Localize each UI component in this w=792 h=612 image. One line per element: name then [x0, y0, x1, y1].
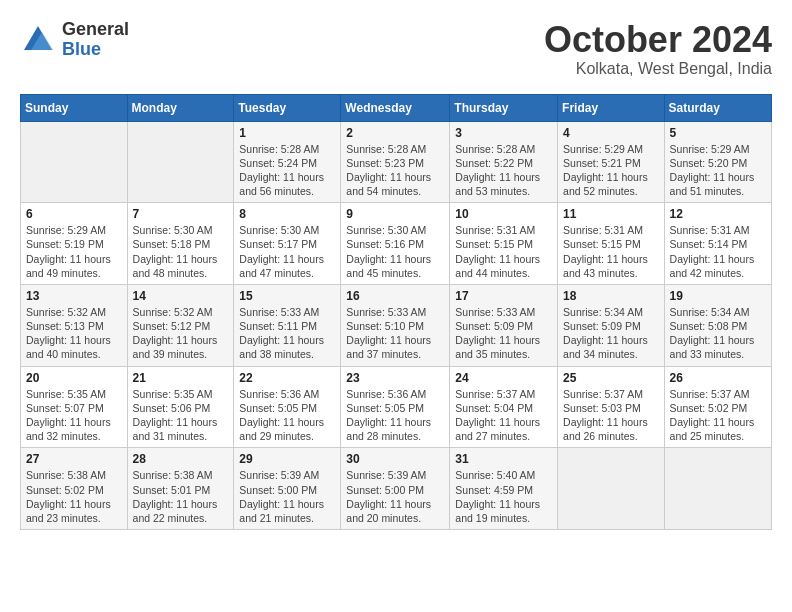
day-number: 6: [26, 207, 122, 221]
day-number: 31: [455, 452, 552, 466]
calendar-cell: 26Sunrise: 5:37 AMSunset: 5:02 PMDayligh…: [664, 366, 771, 448]
day-number: 28: [133, 452, 229, 466]
cell-info: Sunrise: 5:36 AMSunset: 5:05 PMDaylight:…: [239, 387, 335, 444]
day-number: 22: [239, 371, 335, 385]
cell-info: Sunrise: 5:30 AMSunset: 5:17 PMDaylight:…: [239, 223, 335, 280]
calendar-body: 1Sunrise: 5:28 AMSunset: 5:24 PMDaylight…: [21, 121, 772, 529]
calendar-cell: 10Sunrise: 5:31 AMSunset: 5:15 PMDayligh…: [450, 203, 558, 285]
day-number: 7: [133, 207, 229, 221]
calendar-cell: 5Sunrise: 5:29 AMSunset: 5:20 PMDaylight…: [664, 121, 771, 203]
day-number: 24: [455, 371, 552, 385]
logo-text: General Blue: [62, 20, 129, 60]
calendar-cell: 8Sunrise: 5:30 AMSunset: 5:17 PMDaylight…: [234, 203, 341, 285]
calendar-header: SundayMondayTuesdayWednesdayThursdayFrid…: [21, 94, 772, 121]
cell-info: Sunrise: 5:30 AMSunset: 5:18 PMDaylight:…: [133, 223, 229, 280]
calendar-week-row: 27Sunrise: 5:38 AMSunset: 5:02 PMDayligh…: [21, 448, 772, 530]
day-number: 9: [346, 207, 444, 221]
cell-info: Sunrise: 5:35 AMSunset: 5:06 PMDaylight:…: [133, 387, 229, 444]
day-number: 18: [563, 289, 659, 303]
day-number: 8: [239, 207, 335, 221]
logo-general: General: [62, 20, 129, 40]
weekday-header: Tuesday: [234, 94, 341, 121]
day-number: 10: [455, 207, 552, 221]
cell-info: Sunrise: 5:31 AMSunset: 5:15 PMDaylight:…: [563, 223, 659, 280]
day-number: 5: [670, 126, 766, 140]
calendar-cell: 15Sunrise: 5:33 AMSunset: 5:11 PMDayligh…: [234, 284, 341, 366]
calendar-cell: 27Sunrise: 5:38 AMSunset: 5:02 PMDayligh…: [21, 448, 128, 530]
cell-info: Sunrise: 5:32 AMSunset: 5:12 PMDaylight:…: [133, 305, 229, 362]
weekday-header: Thursday: [450, 94, 558, 121]
calendar-cell: 25Sunrise: 5:37 AMSunset: 5:03 PMDayligh…: [558, 366, 665, 448]
day-number: 26: [670, 371, 766, 385]
day-number: 30: [346, 452, 444, 466]
calendar-cell: 19Sunrise: 5:34 AMSunset: 5:08 PMDayligh…: [664, 284, 771, 366]
calendar-week-row: 20Sunrise: 5:35 AMSunset: 5:07 PMDayligh…: [21, 366, 772, 448]
cell-info: Sunrise: 5:33 AMSunset: 5:10 PMDaylight:…: [346, 305, 444, 362]
cell-info: Sunrise: 5:32 AMSunset: 5:13 PMDaylight:…: [26, 305, 122, 362]
day-number: 27: [26, 452, 122, 466]
calendar-cell: 29Sunrise: 5:39 AMSunset: 5:00 PMDayligh…: [234, 448, 341, 530]
day-number: 17: [455, 289, 552, 303]
day-number: 11: [563, 207, 659, 221]
cell-info: Sunrise: 5:28 AMSunset: 5:24 PMDaylight:…: [239, 142, 335, 199]
cell-info: Sunrise: 5:31 AMSunset: 5:14 PMDaylight:…: [670, 223, 766, 280]
day-number: 16: [346, 289, 444, 303]
page-header: General Blue October 2024 Kolkata, West …: [20, 20, 772, 78]
calendar-cell: 12Sunrise: 5:31 AMSunset: 5:14 PMDayligh…: [664, 203, 771, 285]
day-number: 29: [239, 452, 335, 466]
weekday-header: Sunday: [21, 94, 128, 121]
cell-info: Sunrise: 5:33 AMSunset: 5:11 PMDaylight:…: [239, 305, 335, 362]
cell-info: Sunrise: 5:36 AMSunset: 5:05 PMDaylight:…: [346, 387, 444, 444]
calendar-cell: [558, 448, 665, 530]
calendar-week-row: 13Sunrise: 5:32 AMSunset: 5:13 PMDayligh…: [21, 284, 772, 366]
calendar-cell: 21Sunrise: 5:35 AMSunset: 5:06 PMDayligh…: [127, 366, 234, 448]
calendar-cell: [664, 448, 771, 530]
day-number: 25: [563, 371, 659, 385]
calendar-cell: 22Sunrise: 5:36 AMSunset: 5:05 PMDayligh…: [234, 366, 341, 448]
calendar-cell: 20Sunrise: 5:35 AMSunset: 5:07 PMDayligh…: [21, 366, 128, 448]
calendar-cell: 30Sunrise: 5:39 AMSunset: 5:00 PMDayligh…: [341, 448, 450, 530]
title-block: October 2024 Kolkata, West Bengal, India: [544, 20, 772, 78]
calendar-cell: 23Sunrise: 5:36 AMSunset: 5:05 PMDayligh…: [341, 366, 450, 448]
calendar-cell: 2Sunrise: 5:28 AMSunset: 5:23 PMDaylight…: [341, 121, 450, 203]
day-number: 1: [239, 126, 335, 140]
calendar-cell: 16Sunrise: 5:33 AMSunset: 5:10 PMDayligh…: [341, 284, 450, 366]
day-number: 23: [346, 371, 444, 385]
calendar-cell: 6Sunrise: 5:29 AMSunset: 5:19 PMDaylight…: [21, 203, 128, 285]
day-number: 3: [455, 126, 552, 140]
cell-info: Sunrise: 5:28 AMSunset: 5:23 PMDaylight:…: [346, 142, 444, 199]
cell-info: Sunrise: 5:40 AMSunset: 4:59 PMDaylight:…: [455, 468, 552, 525]
calendar-cell: 28Sunrise: 5:38 AMSunset: 5:01 PMDayligh…: [127, 448, 234, 530]
cell-info: Sunrise: 5:29 AMSunset: 5:20 PMDaylight:…: [670, 142, 766, 199]
calendar-week-row: 6Sunrise: 5:29 AMSunset: 5:19 PMDaylight…: [21, 203, 772, 285]
calendar-cell: 18Sunrise: 5:34 AMSunset: 5:09 PMDayligh…: [558, 284, 665, 366]
day-number: 14: [133, 289, 229, 303]
calendar-table: SundayMondayTuesdayWednesdayThursdayFrid…: [20, 94, 772, 530]
day-number: 20: [26, 371, 122, 385]
cell-info: Sunrise: 5:38 AMSunset: 5:01 PMDaylight:…: [133, 468, 229, 525]
weekday-header: Saturday: [664, 94, 771, 121]
cell-info: Sunrise: 5:39 AMSunset: 5:00 PMDaylight:…: [239, 468, 335, 525]
calendar-week-row: 1Sunrise: 5:28 AMSunset: 5:24 PMDaylight…: [21, 121, 772, 203]
cell-info: Sunrise: 5:28 AMSunset: 5:22 PMDaylight:…: [455, 142, 552, 199]
day-number: 19: [670, 289, 766, 303]
cell-info: Sunrise: 5:34 AMSunset: 5:09 PMDaylight:…: [563, 305, 659, 362]
calendar-cell: 13Sunrise: 5:32 AMSunset: 5:13 PMDayligh…: [21, 284, 128, 366]
logo-icon: [20, 22, 56, 58]
calendar-cell: 7Sunrise: 5:30 AMSunset: 5:18 PMDaylight…: [127, 203, 234, 285]
weekday-row: SundayMondayTuesdayWednesdayThursdayFrid…: [21, 94, 772, 121]
weekday-header: Monday: [127, 94, 234, 121]
calendar-cell: 17Sunrise: 5:33 AMSunset: 5:09 PMDayligh…: [450, 284, 558, 366]
day-number: 15: [239, 289, 335, 303]
cell-info: Sunrise: 5:29 AMSunset: 5:19 PMDaylight:…: [26, 223, 122, 280]
calendar-cell: 9Sunrise: 5:30 AMSunset: 5:16 PMDaylight…: [341, 203, 450, 285]
day-number: 4: [563, 126, 659, 140]
day-number: 13: [26, 289, 122, 303]
calendar-cell: [21, 121, 128, 203]
weekday-header: Friday: [558, 94, 665, 121]
calendar-cell: 1Sunrise: 5:28 AMSunset: 5:24 PMDaylight…: [234, 121, 341, 203]
day-number: 12: [670, 207, 766, 221]
day-number: 21: [133, 371, 229, 385]
cell-info: Sunrise: 5:34 AMSunset: 5:08 PMDaylight:…: [670, 305, 766, 362]
cell-info: Sunrise: 5:31 AMSunset: 5:15 PMDaylight:…: [455, 223, 552, 280]
